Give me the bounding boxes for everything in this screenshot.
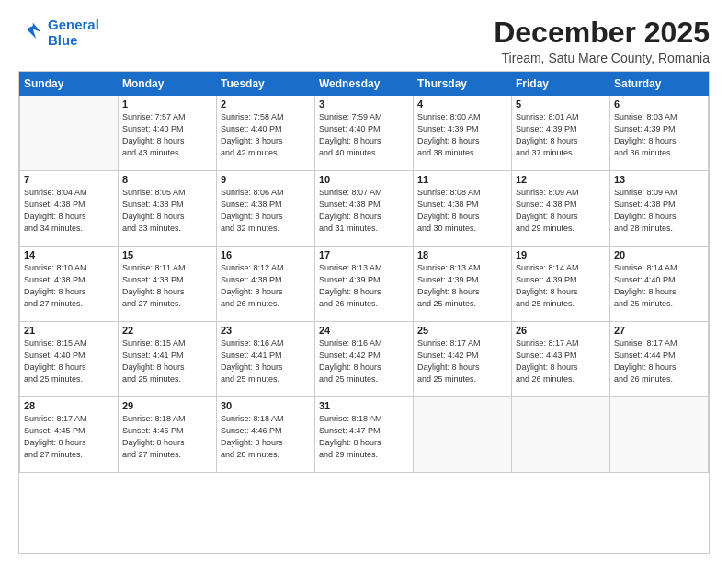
day-info: Sunrise: 8:04 AM Sunset: 4:38 PM Dayligh…: [24, 187, 114, 235]
calendar-cell: 24Sunrise: 8:16 AM Sunset: 4:42 PM Dayli…: [315, 322, 414, 397]
day-number: 23: [221, 325, 311, 336]
calendar-body: 1Sunrise: 7:57 AM Sunset: 4:40 PM Daylig…: [20, 96, 709, 473]
col-header-wednesday: Wednesday: [315, 73, 414, 96]
calendar-cell: 5Sunrise: 8:01 AM Sunset: 4:39 PM Daylig…: [512, 96, 610, 171]
day-info: Sunrise: 8:18 AM Sunset: 4:46 PM Dayligh…: [221, 413, 311, 461]
day-info: Sunrise: 8:15 AM Sunset: 4:41 PM Dayligh…: [122, 338, 212, 385]
day-number: 6: [614, 98, 704, 109]
calendar-cell: 1Sunrise: 7:57 AM Sunset: 4:40 PM Daylig…: [119, 96, 217, 171]
col-header-friday: Friday: [512, 73, 610, 96]
calendar-cell: 11Sunrise: 8:08 AM Sunset: 4:38 PM Dayli…: [414, 171, 512, 247]
calendar-cell: 30Sunrise: 8:18 AM Sunset: 4:46 PM Dayli…: [217, 397, 315, 473]
calendar-cell: 12Sunrise: 8:09 AM Sunset: 4:38 PM Dayli…: [512, 171, 610, 247]
day-number: 1: [122, 98, 212, 109]
col-header-monday: Monday: [119, 73, 217, 96]
day-info: Sunrise: 8:14 AM Sunset: 4:40 PM Dayligh…: [614, 262, 704, 310]
logo-line1: General: [48, 17, 99, 32]
day-info: Sunrise: 8:05 AM Sunset: 4:38 PM Dayligh…: [122, 187, 212, 235]
day-info: Sunrise: 8:03 AM Sunset: 4:39 PM Dayligh…: [614, 111, 704, 159]
day-info: Sunrise: 8:13 AM Sunset: 4:39 PM Dayligh…: [319, 262, 409, 310]
day-number: 26: [516, 325, 606, 336]
day-number: 5: [516, 98, 606, 109]
calendar-cell: 17Sunrise: 8:13 AM Sunset: 4:39 PM Dayli…: [315, 247, 414, 322]
day-number: 29: [122, 400, 212, 411]
logo-text: General Blue: [48, 17, 99, 49]
day-info: Sunrise: 8:07 AM Sunset: 4:38 PM Dayligh…: [319, 187, 409, 235]
calendar-cell: [414, 397, 512, 473]
calendar-cell: 31Sunrise: 8:18 AM Sunset: 4:47 PM Dayli…: [315, 397, 414, 473]
day-number: 31: [319, 400, 409, 411]
page: General Blue December 2025 Tiream, Satu …: [0, 0, 728, 563]
day-info: Sunrise: 8:16 AM Sunset: 4:41 PM Dayligh…: [221, 338, 311, 385]
day-number: 22: [122, 325, 212, 336]
day-info: Sunrise: 7:59 AM Sunset: 4:40 PM Dayligh…: [319, 111, 409, 159]
calendar-cell: 13Sunrise: 8:09 AM Sunset: 4:38 PM Dayli…: [610, 171, 709, 247]
day-number: 17: [319, 249, 409, 260]
day-number: 13: [614, 174, 704, 185]
day-info: Sunrise: 8:09 AM Sunset: 4:38 PM Dayligh…: [614, 187, 704, 235]
calendar-cell: 25Sunrise: 8:17 AM Sunset: 4:42 PM Dayli…: [414, 322, 512, 397]
col-header-tuesday: Tuesday: [217, 73, 315, 96]
day-number: 4: [417, 98, 507, 109]
subtitle: Tiream, Satu Mare County, Romania: [494, 51, 710, 65]
day-number: 24: [319, 325, 409, 336]
day-info: Sunrise: 8:12 AM Sunset: 4:38 PM Dayligh…: [221, 262, 311, 310]
day-number: 2: [221, 98, 311, 109]
day-info: Sunrise: 8:11 AM Sunset: 4:38 PM Dayligh…: [122, 262, 212, 310]
day-info: Sunrise: 7:58 AM Sunset: 4:40 PM Dayligh…: [221, 111, 311, 159]
day-number: 15: [122, 249, 212, 260]
calendar-cell: 8Sunrise: 8:05 AM Sunset: 4:38 PM Daylig…: [119, 171, 217, 247]
calendar-cell: 29Sunrise: 8:18 AM Sunset: 4:45 PM Dayli…: [119, 397, 217, 473]
day-info: Sunrise: 8:18 AM Sunset: 4:45 PM Dayligh…: [122, 413, 212, 461]
calendar-cell: 10Sunrise: 8:07 AM Sunset: 4:38 PM Dayli…: [315, 171, 414, 247]
calendar-cell: 3Sunrise: 7:59 AM Sunset: 4:40 PM Daylig…: [315, 96, 414, 171]
week-row-2: 7Sunrise: 8:04 AM Sunset: 4:38 PM Daylig…: [20, 171, 709, 247]
day-number: 9: [221, 174, 311, 185]
header: General Blue December 2025 Tiream, Satu …: [18, 17, 710, 65]
calendar-cell: 4Sunrise: 8:00 AM Sunset: 4:39 PM Daylig…: [414, 96, 512, 171]
day-info: Sunrise: 8:16 AM Sunset: 4:42 PM Dayligh…: [319, 338, 409, 385]
calendar-cell: 22Sunrise: 8:15 AM Sunset: 4:41 PM Dayli…: [119, 322, 217, 397]
day-number: 27: [614, 325, 704, 336]
week-row-5: 28Sunrise: 8:17 AM Sunset: 4:45 PM Dayli…: [20, 397, 709, 473]
svg-marker-0: [27, 23, 41, 40]
calendar-cell: 19Sunrise: 8:14 AM Sunset: 4:39 PM Dayli…: [512, 247, 610, 322]
day-info: Sunrise: 8:17 AM Sunset: 4:43 PM Dayligh…: [516, 338, 606, 385]
day-info: Sunrise: 8:15 AM Sunset: 4:40 PM Dayligh…: [24, 338, 114, 385]
day-number: 21: [24, 325, 114, 336]
calendar-cell: 27Sunrise: 8:17 AM Sunset: 4:44 PM Dayli…: [610, 322, 709, 397]
day-number: 20: [614, 249, 704, 260]
calendar-cell: 21Sunrise: 8:15 AM Sunset: 4:40 PM Dayli…: [20, 322, 119, 397]
calendar: SundayMondayTuesdayWednesdayThursdayFrid…: [18, 71, 710, 554]
calendar-cell: 18Sunrise: 8:13 AM Sunset: 4:39 PM Dayli…: [414, 247, 512, 322]
day-number: 19: [516, 249, 606, 260]
logo-line2: Blue: [48, 32, 78, 48]
week-row-3: 14Sunrise: 8:10 AM Sunset: 4:38 PM Dayli…: [20, 247, 709, 322]
day-info: Sunrise: 8:17 AM Sunset: 4:44 PM Dayligh…: [614, 338, 704, 385]
day-info: Sunrise: 8:09 AM Sunset: 4:38 PM Dayligh…: [516, 187, 606, 235]
calendar-cell: 20Sunrise: 8:14 AM Sunset: 4:40 PM Dayli…: [610, 247, 709, 322]
calendar-cell: 9Sunrise: 8:06 AM Sunset: 4:38 PM Daylig…: [217, 171, 315, 247]
day-number: 11: [417, 174, 507, 185]
calendar-cell: 23Sunrise: 8:16 AM Sunset: 4:41 PM Dayli…: [217, 322, 315, 397]
calendar-cell: 6Sunrise: 8:03 AM Sunset: 4:39 PM Daylig…: [610, 96, 709, 171]
day-number: 10: [319, 174, 409, 185]
calendar-header: SundayMondayTuesdayWednesdayThursdayFrid…: [20, 73, 709, 96]
day-number: 30: [221, 400, 311, 411]
day-info: Sunrise: 8:18 AM Sunset: 4:47 PM Dayligh…: [319, 413, 409, 461]
calendar-cell: 14Sunrise: 8:10 AM Sunset: 4:38 PM Dayli…: [20, 247, 119, 322]
day-number: 3: [319, 98, 409, 109]
logo: General Blue: [18, 17, 99, 49]
calendar-table: SundayMondayTuesdayWednesdayThursdayFrid…: [19, 72, 709, 473]
day-info: Sunrise: 8:01 AM Sunset: 4:39 PM Dayligh…: [516, 111, 606, 159]
day-number: 12: [516, 174, 606, 185]
day-number: 18: [417, 249, 507, 260]
week-row-1: 1Sunrise: 7:57 AM Sunset: 4:40 PM Daylig…: [20, 96, 709, 171]
day-info: Sunrise: 8:13 AM Sunset: 4:39 PM Dayligh…: [417, 262, 507, 310]
title-block: December 2025 Tiream, Satu Mare County, …: [494, 17, 710, 65]
day-info: Sunrise: 8:17 AM Sunset: 4:45 PM Dayligh…: [24, 413, 114, 461]
logo-icon: [18, 19, 44, 45]
day-info: Sunrise: 8:14 AM Sunset: 4:39 PM Dayligh…: [516, 262, 606, 310]
main-title: December 2025: [494, 17, 710, 49]
week-row-4: 21Sunrise: 8:15 AM Sunset: 4:40 PM Dayli…: [20, 322, 709, 397]
